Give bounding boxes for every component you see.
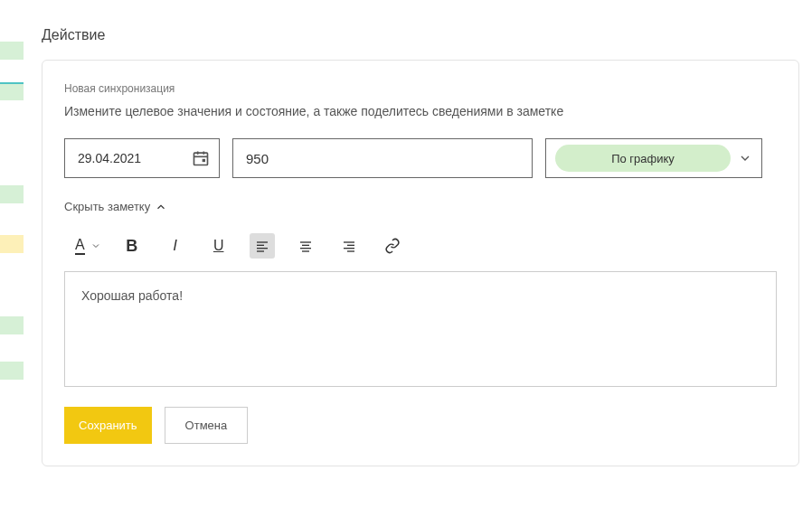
sidebar-marker-active (0, 82, 24, 100)
sidebar-marker (0, 42, 24, 60)
sync-label: Новая синхронизация (64, 82, 777, 95)
align-center-button[interactable] (293, 233, 318, 259)
page-title: Действие (42, 0, 812, 60)
svg-rect-4 (203, 159, 205, 162)
bold-button[interactable]: B (119, 233, 145, 259)
sync-card: Новая синхронизация Измените целевое зна… (42, 60, 799, 466)
underline-button[interactable]: U (206, 233, 231, 259)
status-pill: По графику (555, 145, 731, 172)
editor-toolbar: A B I U (64, 233, 777, 271)
chevron-up-icon (154, 201, 168, 213)
italic-button[interactable]: I (163, 233, 188, 259)
link-button[interactable] (380, 233, 405, 259)
align-right-button[interactable] (336, 233, 362, 259)
date-input[interactable]: 29.04.2021 (64, 138, 220, 178)
value-input[interactable] (232, 138, 533, 178)
save-button[interactable]: Сохранить (64, 407, 152, 444)
sidebar-marker (0, 362, 24, 380)
sync-description: Измените целевое значения и состояние, а… (64, 104, 777, 118)
toggle-note-label: Скрыть заметку (64, 200, 150, 213)
note-textarea[interactable]: Хорошая работа! (64, 271, 777, 387)
chevron-down-icon (738, 151, 752, 165)
status-select[interactable]: По графику (545, 138, 762, 178)
status-value: По графику (611, 152, 675, 165)
cancel-button[interactable]: Отмена (165, 407, 249, 444)
date-value: 29.04.2021 (78, 151, 141, 165)
chevron-down-icon (90, 240, 101, 251)
sidebar-marker (0, 235, 24, 253)
sidebar-marker (0, 316, 24, 334)
font-color-button[interactable]: A (75, 238, 101, 255)
sidebar-marker (0, 185, 24, 203)
svg-rect-0 (194, 153, 208, 165)
calendar-icon[interactable] (192, 149, 210, 167)
align-left-button[interactable] (250, 233, 275, 259)
toggle-note[interactable]: Скрыть заметку (64, 200, 777, 213)
